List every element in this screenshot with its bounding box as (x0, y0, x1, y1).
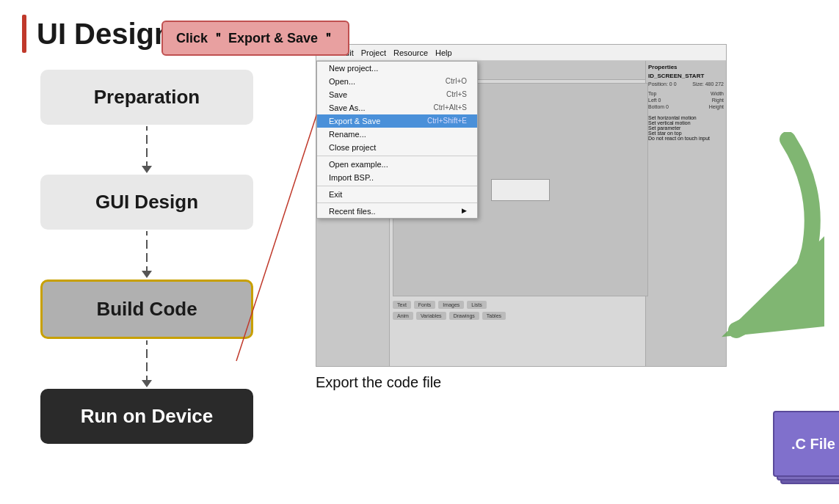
dropdown-rename[interactable]: Rename... (317, 128, 477, 141)
action-horizontal: Set horizontal motion (648, 115, 724, 120)
flow-step-run-device: Run on Device (40, 389, 253, 444)
click-callout-text: Click ＂ Export & Save ＂ (176, 31, 335, 45)
ide-bottom-tabs[interactable]: Text Fonts Images Lists (390, 299, 645, 310)
flow-label-preparation: Preparation (94, 86, 200, 108)
property-fields: Top Width Left 0 Right Bottom 0 Height (648, 91, 724, 109)
green-arrow (692, 132, 824, 352)
action-vertical: Set vertical motion (648, 120, 724, 125)
arrow-2 (142, 231, 152, 278)
ide-bottom-tabs-2[interactable]: Anim Variables Drawings Tables (390, 310, 645, 321)
arrow-1 (142, 126, 152, 173)
tab-variables[interactable]: Variables (416, 312, 446, 320)
file-dropdown: New project... Open... Ctrl+O Save Ctrl+… (316, 61, 478, 219)
flow-label-run-device: Run on Device (81, 405, 214, 427)
flow-step-preparation: Preparation (40, 70, 253, 125)
tab-fonts[interactable]: Fonts (414, 301, 436, 309)
tab-text[interactable]: Text (393, 301, 411, 309)
export-label-text: Export the code file (316, 374, 441, 390)
menu-help[interactable]: Help (435, 48, 452, 57)
action-parameter: Set parameter (648, 125, 724, 131)
dropdown-open-example[interactable]: Open example... (317, 158, 477, 171)
title-accent-bar (22, 15, 26, 53)
dropdown-new-project[interactable]: New project... (317, 62, 477, 75)
tab-images[interactable]: Images (438, 301, 464, 309)
export-label: Export the code file (316, 374, 441, 391)
flow-label-build-code: Build Code (96, 298, 197, 320)
dropdown-save-as[interactable]: Save As... Ctrl+Alt+S (317, 101, 477, 114)
menu-bar: File Edit Project Resource Help New proj… (316, 45, 726, 61)
dropdown-export-save[interactable]: Export & Save Ctrl+Shift+E (317, 114, 477, 128)
tab-tables[interactable]: Tables (482, 312, 506, 320)
c-file-label: .C File (791, 436, 835, 453)
ide-screenshot: File Edit Project Resource Help New proj… (316, 44, 727, 367)
menu-project[interactable]: Project (361, 48, 386, 57)
ide-canvas-widget (491, 179, 550, 201)
arrow-3 (142, 340, 152, 387)
menu-resource[interactable]: Resource (393, 48, 428, 57)
click-callout: Click ＂ Export & Save ＂ (161, 21, 349, 56)
tab-drawings[interactable]: Drawings (449, 312, 479, 320)
dropdown-import-bsp[interactable]: Import BSP.. (317, 171, 477, 184)
dropdown-recent-files[interactable]: Recent files.. ▶ (317, 205, 477, 218)
dropdown-close-project[interactable]: Close project (317, 141, 477, 154)
prop-left-right: Left 0 Right (648, 98, 724, 103)
flow-step-build-code: Build Code (40, 280, 253, 339)
properties-title: Properties (648, 64, 724, 70)
flow-diagram: Preparation GUI Design Build Code Run on… (22, 70, 272, 444)
dropdown-exit[interactable]: Exit (317, 188, 477, 201)
property-name: ID_SCREEN_START (648, 73, 724, 79)
dropdown-open[interactable]: Open... Ctrl+O (317, 75, 477, 88)
flow-step-gui-design: GUI Design (40, 175, 253, 230)
c-file-card-front: .C File (773, 411, 839, 477)
tab-anim[interactable]: Anim (393, 312, 413, 320)
prop-bottom-height: Bottom 0 Height (648, 104, 724, 109)
property-position: Position: 0 0 Size: 480 272 (648, 81, 724, 87)
flow-label-gui-design: GUI Design (95, 191, 198, 213)
dropdown-save[interactable]: Save Ctrl+S (317, 88, 477, 101)
prop-top: Top Width (648, 91, 724, 96)
tab-lists[interactable]: Lists (467, 301, 486, 309)
